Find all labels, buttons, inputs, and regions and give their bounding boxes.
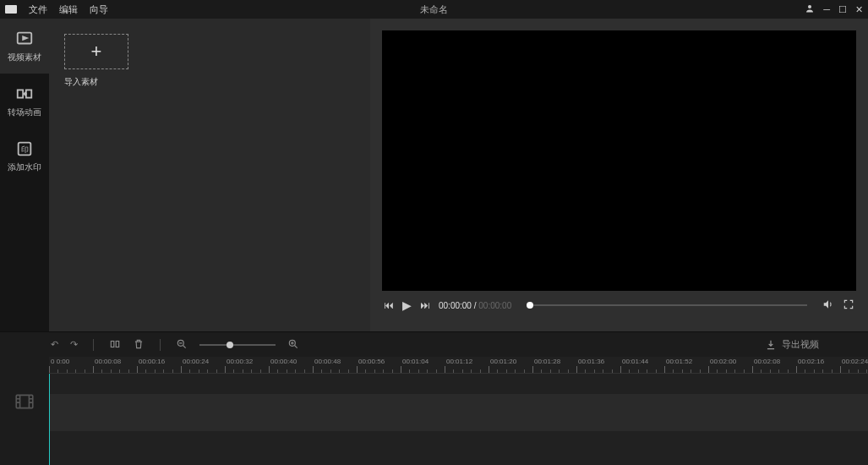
time-ruler[interactable]: 0 0:0000:00:0800:00:1600:00:2400:00:3200…	[49, 357, 868, 374]
zoom-slider[interactable]	[199, 344, 276, 346]
window-title: 未命名	[420, 3, 448, 16]
sidebar-item-watermark[interactable]: 印 添加水印	[0, 129, 49, 183]
time-display: 00:00:00 / 00:00:00	[439, 301, 511, 310]
sidebar-label: 视频素材	[8, 52, 41, 63]
user-icon[interactable]	[805, 3, 815, 15]
video-track[interactable]	[49, 394, 868, 431]
app-logo-icon[interactable]	[5, 5, 17, 14]
video-preview[interactable]	[382, 30, 856, 291]
progress-bar[interactable]	[527, 304, 807, 306]
titlebar: 文件 编辑 向导 未命名 ─ ☐ ✕	[0, 0, 868, 19]
menu-edit[interactable]: 编辑	[59, 3, 78, 16]
svg-point-0	[808, 5, 811, 8]
plus-icon: +	[91, 41, 102, 63]
sidebar-item-media[interactable]: 视频素材	[0, 19, 49, 74]
maximize-icon[interactable]: ☐	[838, 4, 847, 15]
export-button[interactable]: 导出视频	[765, 338, 819, 351]
separator	[93, 339, 94, 351]
svg-rect-11	[16, 395, 33, 408]
svg-rect-3	[18, 90, 23, 97]
fullscreen-icon[interactable]	[843, 298, 854, 313]
player-controls: ⏮ ▶ ⏭ 00:00:00 / 00:00:00	[382, 291, 856, 320]
menu-wizard[interactable]: 向导	[90, 3, 108, 16]
zoom-thumb[interactable]	[227, 342, 233, 348]
sidebar-item-transition[interactable]: 转场动画	[0, 74, 49, 129]
timeline: 0 0:0000:00:0800:00:1600:00:2400:00:3200…	[0, 357, 868, 465]
svg-text:印: 印	[21, 145, 29, 153]
next-frame-icon[interactable]: ⏭	[420, 299, 430, 311]
prev-frame-icon[interactable]: ⏮	[384, 299, 394, 311]
zoom-in-icon[interactable]	[287, 338, 299, 352]
time-total: 00:00:00	[478, 301, 511, 310]
timeline-toolbar: ↶ ↷ 导出视频	[0, 331, 868, 357]
redo-icon[interactable]: ↷	[70, 339, 78, 350]
minimize-icon[interactable]: ─	[823, 4, 830, 14]
zoom-out-icon[interactable]	[176, 338, 188, 352]
sidebar-label: 转场动画	[8, 107, 41, 118]
play-icon[interactable]: ▶	[402, 298, 412, 312]
close-icon[interactable]: ✕	[855, 4, 863, 15]
progress-thumb[interactable]	[527, 302, 533, 309]
time-current: 00:00:00	[439, 301, 472, 310]
sidebar: 视频素材 转场动画 印 添加水印	[0, 19, 49, 331]
undo-icon[interactable]: ↶	[51, 339, 58, 350]
menu-file[interactable]: 文件	[29, 3, 47, 16]
sidebar-label: 添加水印	[8, 161, 41, 173]
svg-rect-8	[116, 341, 119, 347]
media-panel: + 导入素材	[49, 19, 370, 331]
export-label: 导出视频	[782, 338, 819, 351]
video-track-icon	[14, 391, 35, 413]
svg-marker-2	[23, 36, 27, 40]
split-icon[interactable]	[109, 338, 121, 352]
delete-icon[interactable]	[133, 338, 145, 352]
import-media-button[interactable]: +	[64, 34, 128, 69]
import-label: 导入素材	[64, 76, 355, 88]
ruler-area[interactable]: 0 0:0000:00:0800:00:1600:00:2400:00:3200…	[49, 357, 868, 465]
volume-icon[interactable]	[822, 298, 834, 313]
separator	[160, 339, 161, 351]
svg-rect-7	[111, 341, 114, 347]
preview-panel: ⏮ ▶ ⏭ 00:00:00 / 00:00:00	[370, 19, 868, 331]
track-header	[0, 357, 49, 465]
